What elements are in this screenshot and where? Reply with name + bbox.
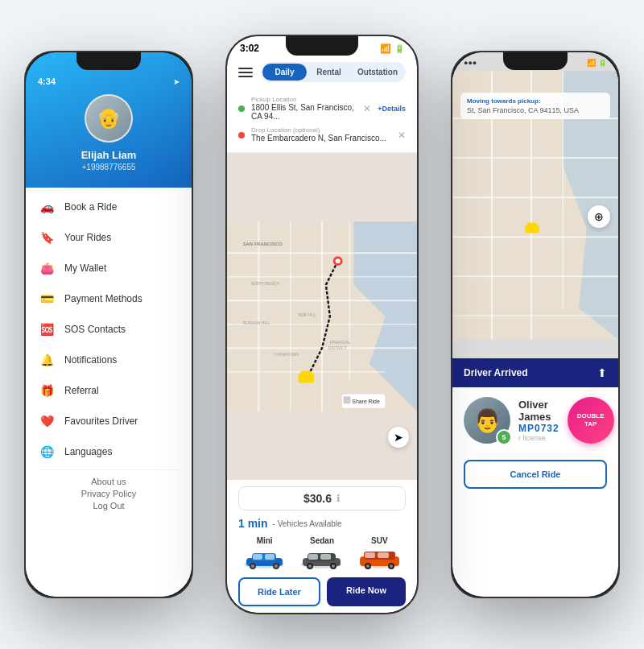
svg-point-40 xyxy=(332,564,335,568)
driver-name: Oliver James xyxy=(518,399,559,423)
svg-rect-63 xyxy=(527,223,537,228)
svg-text:FINANCIAL: FINANCIAL xyxy=(330,341,351,345)
ride-later-button[interactable]: Ride Later xyxy=(238,577,320,606)
svg-point-31 xyxy=(275,564,278,568)
privacy-link[interactable]: Privacy Policy xyxy=(39,489,179,498)
map-area: SAN FRANCISCO NORTH BEACH RUSSIAN HILL C… xyxy=(227,153,417,480)
svg-rect-24 xyxy=(344,396,351,403)
svg-rect-41 xyxy=(308,554,318,560)
driver-lic: r license xyxy=(518,434,559,442)
gift-icon: 🎁 xyxy=(39,382,55,399)
rating-badge: 5 xyxy=(496,429,512,445)
tab-daily[interactable]: Daily xyxy=(262,64,307,81)
phone-center: 3:02 📶 🔋 Daily Rental Outstation xyxy=(225,35,419,614)
vehicle-row: Mini xyxy=(238,536,406,569)
status-time-left: 4:34 xyxy=(38,76,56,86)
vehicle-suv[interactable]: SUV xyxy=(353,536,406,569)
right-battery-wifi: 📶 🔋 xyxy=(587,59,607,67)
logout-link[interactable]: Log Out xyxy=(39,501,179,511)
pickup-row: Pickup Location 1800 Ellis St, San Franc… xyxy=(238,93,406,124)
vehicle-mini[interactable]: Mini xyxy=(238,536,291,569)
menu-label-book-ride: Book a Ride xyxy=(64,201,117,213)
compass-button[interactable]: ⊕ xyxy=(588,205,610,228)
price-row: $30.6 ℹ xyxy=(238,486,406,511)
notch-left xyxy=(76,52,141,70)
vehicle-sedan[interactable]: Sedan xyxy=(295,536,348,569)
moving-address: St, San Francisco, CA 94115, USA xyxy=(467,106,604,114)
tab-group: Daily Rental Outstation xyxy=(261,62,406,82)
svg-text:DISTRICT: DISTRICT xyxy=(328,346,347,350)
user-phone: +19988776655 xyxy=(81,163,135,172)
svg-rect-51 xyxy=(378,552,389,558)
avatar: 👴 xyxy=(85,94,133,143)
menu-footer: About us Privacy Policy Log Out xyxy=(26,473,192,519)
menu-label-notifications: Notifications xyxy=(64,354,117,366)
pickup-label: Pickup Location xyxy=(251,97,357,103)
moving-text: Moving towards pickup: St, San Francisco… xyxy=(460,93,610,119)
pickup-dot xyxy=(238,105,245,112)
wallet-icon: 👛 xyxy=(39,260,55,276)
phone-left: 4:34 ➤ 👴 Elijah Liam +19988776655 🚗 Book… xyxy=(24,51,193,598)
menu-item-your-rides[interactable]: 🔖 Your Rides xyxy=(26,222,192,253)
share-icon[interactable]: ⬆ xyxy=(597,366,607,379)
double-tap-text: DoubleTap xyxy=(577,412,605,428)
vehicle-mini-label: Mini xyxy=(257,536,273,545)
top-bar: Daily Rental Outstation xyxy=(227,57,417,87)
price-info: ℹ xyxy=(336,493,341,504)
drop-value[interactable]: The Embarcadero N, San Francisco... xyxy=(251,134,391,143)
vehicle-suv-label: SUV xyxy=(371,536,388,545)
menu-item-referral[interactable]: 🎁 Referral xyxy=(26,375,192,406)
pickup-text-group: Pickup Location 1800 Ellis St, San Franc… xyxy=(251,97,357,121)
location-icon: ➤ xyxy=(173,77,180,86)
svg-text:RUSSIAN HILL: RUSSIAN HILL xyxy=(243,321,270,325)
tab-outstation[interactable]: Outstation xyxy=(351,64,404,81)
drop-row: Drop Location (optional) The Embarcadero… xyxy=(238,124,406,146)
drop-label: Drop Location (optional) xyxy=(251,127,391,134)
navigate-btn[interactable]: ➤ xyxy=(388,427,409,448)
driver-details: Oliver James MP0732 r license xyxy=(518,399,559,442)
svg-text:NOB HILL: NOB HILL xyxy=(299,313,317,317)
menu-item-book-ride[interactable]: 🚗 Book a Ride xyxy=(26,192,192,222)
menu-label-your-rides: Your Rides xyxy=(64,232,111,243)
battery-icon: 🔋 xyxy=(394,44,404,53)
pickup-clear[interactable]: ✕ xyxy=(363,103,371,114)
phone-right: ●●● 📶 🔋 xyxy=(451,51,620,598)
drop-clear[interactable]: ✕ xyxy=(398,130,406,141)
booking-panel: $30.6 ℹ 1 min - Vehicles Available Mini xyxy=(227,480,417,613)
sedan-car-img xyxy=(299,547,344,569)
eta-time: 1 min xyxy=(238,517,268,530)
tab-rental[interactable]: Rental xyxy=(307,64,351,81)
scene: 4:34 ➤ 👴 Elijah Liam +19988776655 🚗 Book… xyxy=(8,10,636,639)
svg-rect-12 xyxy=(300,371,312,377)
ride-now-button[interactable]: Ride Now xyxy=(327,577,406,606)
hamburger-menu[interactable] xyxy=(238,68,253,77)
menu-item-sos[interactable]: 🆘 SOS Contacts xyxy=(26,314,192,345)
suv-car-img xyxy=(357,547,402,569)
menu-item-notifications[interactable]: 🔔 Notifications xyxy=(26,345,192,375)
menu-item-favourites[interactable]: ❤️ Favourites Driver xyxy=(26,406,192,436)
sos-icon: 🆘 xyxy=(39,321,55,337)
center-status-icons: 📶 🔋 xyxy=(380,43,404,54)
bell-icon: 🔔 xyxy=(39,352,55,368)
menu-divider xyxy=(39,469,179,470)
drop-dot xyxy=(238,132,245,138)
menu-item-wallet[interactable]: 👛 My Wallet xyxy=(26,253,192,283)
svg-rect-32 xyxy=(253,554,262,560)
svg-point-47 xyxy=(366,564,369,568)
details-link[interactable]: +Details xyxy=(378,105,406,113)
cancel-ride-button[interactable]: Cancel Ride xyxy=(464,460,607,489)
double-tap-button[interactable]: DoubleTap xyxy=(568,397,614,444)
svg-text:CHINATOWN: CHINATOWN xyxy=(275,353,299,357)
wifi-icon: 📶 xyxy=(380,43,391,54)
about-link[interactable]: About us xyxy=(39,477,179,486)
driver-avatar: 👨 5 xyxy=(464,397,510,444)
map-svg: SAN FRANCISCO NORTH BEACH RUSSIAN HILL C… xyxy=(227,153,417,480)
menu-item-languages[interactable]: 🌐 Languages xyxy=(26,436,192,467)
svg-rect-50 xyxy=(365,552,375,558)
pickup-value[interactable]: 1800 Ellis St, San Francisco, CA 94... xyxy=(251,103,357,121)
menu-item-payment[interactable]: 💳 Payment Methods xyxy=(26,283,192,314)
svg-rect-42 xyxy=(320,554,331,560)
menu-label-sos: SOS Contacts xyxy=(64,324,126,335)
left-screen: 4:34 ➤ 👴 Elijah Liam +19988776655 🚗 Book… xyxy=(26,52,192,597)
status-bar-left: 4:34 ➤ xyxy=(38,76,180,86)
